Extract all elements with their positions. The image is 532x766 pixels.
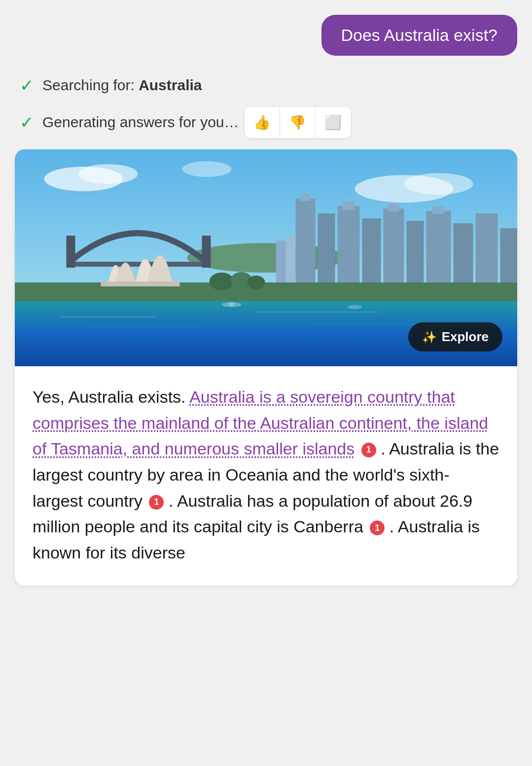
svg-point-2	[79, 164, 138, 184]
sparkle-icon: ✨	[422, 330, 437, 344]
page-container: Does Australia exist? ✓ Searching for: A…	[0, 0, 532, 766]
answer-text: Yes, Australia exists. Australia is a so…	[15, 366, 517, 586]
svg-point-4	[404, 173, 473, 195]
answer-image-container: ✨ Explore	[15, 149, 517, 366]
svg-rect-23	[69, 262, 207, 267]
copy-button[interactable]: ⬜	[316, 106, 351, 138]
svg-rect-9	[318, 213, 335, 292]
search-status-text: Searching for: Australia	[42, 77, 202, 94]
svg-rect-26	[15, 282, 517, 302]
citation-badge-3[interactable]: 1	[370, 521, 385, 535]
svg-point-38	[348, 305, 362, 309]
copy-icon: ⬜	[324, 114, 342, 131]
svg-rect-14	[389, 204, 399, 211]
thumbs-up-button[interactable]: 👍	[245, 106, 280, 138]
query-bubble: Does Australia exist?	[321, 15, 518, 56]
citation-badge-1[interactable]: 1	[361, 443, 376, 457]
svg-rect-17	[433, 206, 445, 214]
answer-card: ✨ Explore Yes, Australia exists. Austral…	[15, 149, 517, 586]
status-section: ✓ Searching for: Australia ✓ Generating …	[10, 75, 522, 139]
explore-label: Explore	[442, 329, 489, 345]
svg-rect-10	[338, 206, 360, 292]
svg-rect-24	[67, 236, 75, 268]
svg-rect-7	[296, 199, 316, 292]
thumbs-down-button[interactable]: 👎	[280, 106, 316, 138]
svg-point-29	[248, 276, 265, 289]
svg-rect-16	[426, 211, 451, 292]
svg-rect-30	[101, 281, 180, 286]
thumbs-up-icon: 👍	[253, 114, 271, 131]
svg-point-27	[210, 273, 234, 290]
svg-rect-13	[384, 209, 404, 292]
search-term: Australia	[139, 77, 202, 93]
svg-rect-18	[454, 223, 473, 292]
answer-intro: Yes, Australia exists.	[33, 387, 186, 406]
generating-checkmark-icon: ✓	[20, 112, 34, 132]
svg-rect-25	[202, 236, 211, 268]
svg-point-5	[182, 161, 232, 177]
explore-button[interactable]: ✨ Explore	[408, 322, 502, 351]
thumbs-down-icon: 👎	[289, 114, 306, 131]
feedback-buttons-group: 👍 👎 ⬜	[244, 106, 352, 139]
generating-text: Generating answers for you…	[42, 114, 239, 131]
search-checkmark-icon: ✓	[20, 75, 34, 95]
query-text: Does Australia exist?	[341, 26, 498, 44]
svg-rect-12	[362, 218, 381, 292]
search-status-item: ✓ Searching for: Australia	[20, 75, 512, 95]
svg-rect-8	[301, 194, 311, 201]
svg-rect-11	[343, 201, 355, 210]
svg-rect-37	[229, 302, 234, 306]
svg-rect-19	[476, 213, 498, 292]
citation-badge-2[interactable]: 1	[149, 495, 164, 510]
svg-rect-15	[407, 221, 424, 292]
search-label: Searching for:	[42, 77, 135, 93]
generating-status-item: ✓ Generating answers for you… 👍 👎 ⬜	[20, 106, 512, 139]
query-bubble-row: Does Australia exist?	[10, 15, 522, 56]
